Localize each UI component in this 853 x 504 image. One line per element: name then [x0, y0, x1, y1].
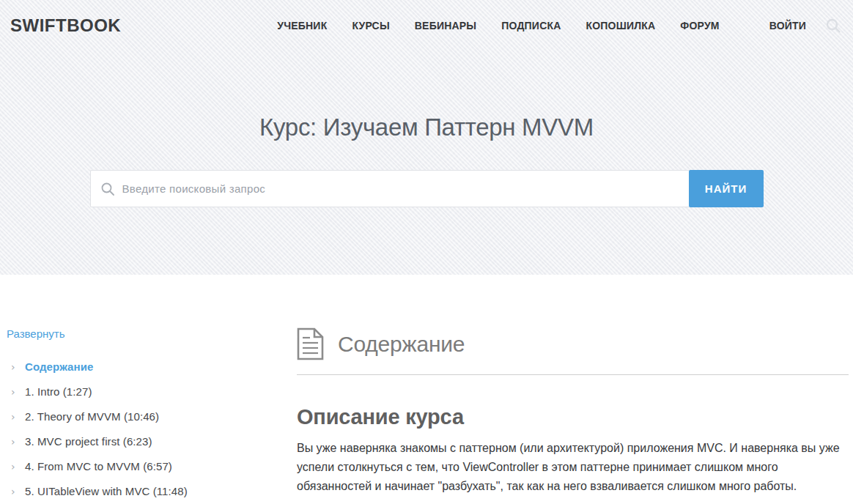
divider	[297, 374, 849, 375]
chevron-right-icon: ›	[6, 411, 25, 423]
chevron-right-icon: ›	[6, 461, 25, 472]
chevron-right-icon: ›	[6, 486, 25, 497]
search-submit-button[interactable]: НАЙТИ	[689, 170, 764, 207]
nav-item-webinars[interactable]: ВЕБИНАРЫ	[415, 20, 476, 32]
search-input-icon	[100, 182, 115, 196]
toc-item-lesson-1: › 1. Intro (1:27)	[6, 386, 297, 398]
chevron-right-icon: ›	[6, 386, 25, 398]
search-field-wrapper	[90, 170, 689, 207]
lesson-content: Содержание Описание курса Вы уже наверня…	[297, 327, 853, 504]
header-search-icon[interactable]	[825, 18, 841, 34]
login-button[interactable]: ВОЙТИ	[769, 20, 806, 32]
expand-all-link[interactable]: Развернуть	[7, 327, 65, 340]
toc-link[interactable]: 4. From MVC to MVVM (6:57)	[25, 461, 172, 472]
toc-link[interactable]: 1. Intro (1:27)	[25, 386, 92, 398]
nav-item-forum[interactable]: ФОРУМ	[680, 20, 719, 32]
hero-section: SWIFTBOOK УЧЕБНИК КУРСЫ ВЕБИНАРЫ ПОДПИСК…	[0, 0, 853, 275]
site-logo[interactable]: SWIFTBOOK	[10, 15, 121, 36]
nav-item-koposhilka[interactable]: КОПОШИЛКА	[586, 20, 656, 32]
nav-item-courses[interactable]: КУРСЫ	[352, 20, 389, 32]
toc-item-lesson-4: › 4. From MVC to MVVM (6:57)	[6, 461, 297, 472]
toc-item-lesson-3: › 3. MVC project first (6:23)	[6, 436, 297, 448]
toc-link[interactable]: 2. Theory of MVVM (10:46)	[25, 411, 159, 423]
toc-item-contents: › Содержание	[6, 361, 297, 373]
page-title: Курс: Изучаем Паттерн MVVM	[0, 114, 853, 141]
lesson-title: Содержание	[338, 332, 465, 357]
nav-item-textbook[interactable]: УЧЕБНИК	[277, 20, 327, 32]
table-of-contents: › Содержание › 1. Intro (1:27) › 2. Theo…	[6, 361, 297, 497]
course-search-bar: НАЙТИ	[90, 170, 764, 207]
toc-link[interactable]: 5. UITableView with MVC (11:48)	[25, 486, 188, 497]
toc-item-lesson-2: › 2. Theory of MVVM (10:46)	[6, 411, 297, 423]
nav-item-subscription[interactable]: ПОДПИСКА	[501, 20, 561, 32]
course-sidebar: Развернуть › Содержание › 1. Intro (1:27…	[6, 327, 297, 504]
content-area: Развернуть › Содержание › 1. Intro (1:27…	[0, 275, 853, 504]
toc-link[interactable]: 3. MVC project first (6:23)	[25, 436, 152, 448]
toc-item-lesson-5: › 5. UITableView with MVC (11:48)	[6, 486, 297, 497]
document-icon	[297, 327, 324, 360]
section-heading: Описание курса	[297, 405, 849, 429]
top-navigation-bar: SWIFTBOOK УЧЕБНИК КУРСЫ ВЕБИНАРЫ ПОДПИСК…	[0, 0, 853, 51]
search-input[interactable]	[122, 171, 689, 207]
chevron-right-icon: ›	[6, 436, 25, 448]
course-description: Вы уже наверняка знакомы с паттерном (ил…	[297, 439, 849, 496]
toc-link[interactable]: Содержание	[25, 361, 93, 373]
lesson-header: Содержание	[297, 327, 849, 360]
main-nav: УЧЕБНИК КУРСЫ ВЕБИНАРЫ ПОДПИСКА КОПОШИЛК…	[252, 20, 806, 32]
chevron-right-icon: ›	[6, 361, 25, 373]
